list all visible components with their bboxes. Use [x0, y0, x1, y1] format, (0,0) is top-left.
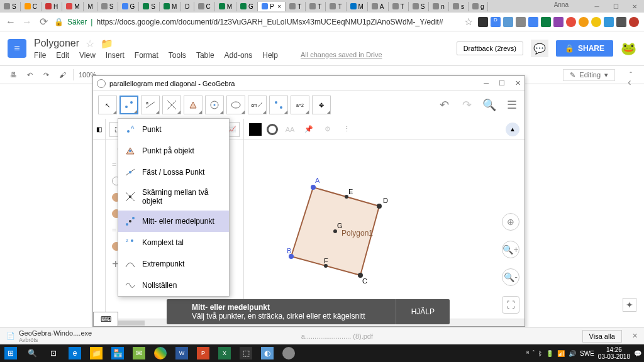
extension-icon[interactable]: D	[491, 17, 501, 27]
start-button[interactable]: ⊞	[0, 344, 21, 362]
dropdown-item-komplext[interactable]: z Komplext tal	[118, 232, 229, 253]
search-icon[interactable]: 🔍	[482, 97, 497, 112]
window-maximize[interactable]: ☐	[606, 0, 625, 13]
bluetooth-icon[interactable]: ᛒ	[538, 350, 542, 357]
share-button[interactable]: 🔒SHARE	[556, 40, 613, 57]
center-g[interactable]	[333, 229, 337, 233]
geogebra-titlebar[interactable]: parallellogram med diagonal - GeoGebra ─…	[93, 76, 525, 91]
move-graphics-tool[interactable]: ✥	[312, 96, 331, 114]
zoom-out-icon[interactable]: 🔍-	[502, 268, 519, 286]
taskbar-app[interactable]: ⬚	[235, 344, 257, 362]
extension-icon[interactable]	[528, 17, 538, 27]
slider-tool[interactable]: a=2	[291, 96, 309, 114]
nav-back[interactable]: ←	[5, 16, 16, 28]
browser-tab[interactable]: C	[194, 2, 215, 11]
systray-icon[interactable]: ᴿ	[526, 350, 529, 357]
more-icon[interactable]: ⋮	[340, 123, 353, 136]
browser-tab[interactable]: A	[368, 2, 389, 11]
pin-icon[interactable]: 📌	[302, 123, 316, 136]
browser-tab[interactable]: T	[389, 2, 409, 11]
point-tool[interactable]	[119, 96, 138, 114]
task-view-icon[interactable]: ⊡	[43, 344, 64, 362]
virtual-keyboard-icon[interactable]: ⌨	[93, 312, 118, 327]
window-maximize[interactable]: ☐	[499, 79, 505, 87]
close-icon[interactable]: ✕	[632, 332, 638, 340]
star-icon[interactable]: ☆	[464, 16, 473, 28]
tooltip-help-button[interactable]: HJÄLP	[396, 299, 450, 324]
print-icon[interactable]: 🖶	[8, 69, 19, 80]
extension-icon[interactable]	[616, 17, 626, 27]
explore-collapse-icon[interactable]: ‹	[623, 75, 636, 89]
browser-tab[interactable]: H	[42, 2, 62, 11]
explore-button[interactable]: ✦	[623, 298, 636, 312]
menu-icon[interactable]: ☰	[504, 97, 519, 112]
taskbar-app[interactable]: P	[192, 344, 214, 362]
comments-button[interactable]: 💬	[531, 40, 548, 57]
circle-tool[interactable]	[205, 96, 224, 114]
extension-icon[interactable]	[629, 17, 639, 27]
menu-addons[interactable]: Add-ons	[225, 51, 253, 60]
taskbar-app[interactable]: ✉	[128, 344, 150, 362]
menu-tools[interactable]: Tools	[169, 51, 186, 60]
draftback-button[interactable]: Draftback (2revs)	[457, 41, 523, 55]
browser-tab[interactable]: M	[160, 2, 181, 11]
star-icon[interactable]: ☆	[86, 38, 94, 50]
taskbar-app[interactable]: 🏪	[107, 344, 128, 362]
extension-icon[interactable]	[591, 17, 601, 27]
taskbar-app[interactable]: W	[171, 344, 192, 362]
menu-edit[interactable]: Edit	[56, 51, 69, 60]
browser-tab[interactable]: M	[347, 2, 368, 11]
browser-tab[interactable]: P ×	[258, 2, 286, 11]
redo-icon[interactable]: ↷	[459, 97, 474, 112]
language-indicator[interactable]: SWE	[580, 350, 594, 357]
line-tool[interactable]: a	[141, 96, 160, 114]
url-field[interactable]: 🔒 Säker | https://docs.google.com/docume…	[54, 18, 459, 26]
taskbar-app[interactable]	[150, 344, 171, 362]
menu-format[interactable]: Format	[135, 51, 158, 60]
window-close[interactable]: ✕	[515, 79, 521, 87]
clock-time[interactable]: 14:26	[598, 346, 630, 353]
vertex-b[interactable]	[289, 254, 294, 259]
editing-mode[interactable]: ✎ Editing ▾	[563, 69, 615, 81]
browser-tab[interactable]: T	[306, 2, 326, 11]
window-minimize[interactable]: ─	[484, 79, 489, 87]
extension-icon[interactable]	[503, 17, 513, 27]
browser-tab[interactable]: D	[181, 2, 194, 11]
dropdown-item-mittpunkt[interactable]: Mitt- eller medelpunkt	[118, 211, 229, 232]
browser-tab[interactable]: M	[215, 2, 236, 11]
extension-icon[interactable]	[553, 17, 564, 27]
taskbar-app[interactable]: ◐	[257, 344, 278, 362]
extension-icon[interactable]	[541, 17, 551, 27]
browser-tab[interactable]: n	[429, 2, 449, 11]
dropdown-item-fast-lossa[interactable]: Fäst / Lossa Punkt	[118, 162, 229, 183]
browser-tab[interactable]: S	[0, 2, 21, 11]
browser-tab[interactable]: T	[286, 2, 306, 11]
browser-tab[interactable]: S	[409, 2, 430, 11]
point-style[interactable]	[267, 124, 278, 135]
browser-tab[interactable]: G	[118, 2, 140, 11]
dropdown-item-skarning[interactable]: Skärning mellan två objekt	[118, 183, 229, 211]
menu-file[interactable]: File	[34, 51, 46, 60]
menu-insert[interactable]: Insert	[106, 51, 125, 60]
measure-tool[interactable]: cm	[248, 96, 267, 114]
wifi-icon[interactable]: 📶	[557, 350, 565, 357]
taskbar-app[interactable]: 📁	[86, 344, 107, 362]
gear-icon[interactable]: ⚙	[321, 123, 335, 136]
transform-tool[interactable]	[269, 96, 288, 114]
taskbar-app[interactable]	[278, 344, 299, 362]
redo-icon[interactable]: ↷	[40, 69, 52, 80]
paint-format-icon[interactable]: 🖌	[57, 69, 68, 80]
browser-tab[interactable]: g	[469, 2, 489, 11]
extension-icon[interactable]	[516, 17, 526, 27]
dropdown-item-nollstallen[interactable]: Nollställen	[118, 275, 229, 296]
zoom-in-icon[interactable]: 🔍+	[502, 241, 519, 258]
download-item[interactable]: 📄 GeoGebra-Windo....exe Avbröts	[6, 329, 92, 343]
systray-chevron-icon[interactable]: ˆ	[533, 350, 535, 357]
show-all-downloads[interactable]: Visa alla	[582, 330, 622, 343]
locate-icon[interactable]: ⊕	[502, 213, 519, 231]
extension-icon[interactable]	[566, 17, 576, 27]
browser-tab[interactable]: s	[449, 2, 469, 11]
battery-icon[interactable]: 🔋	[546, 350, 553, 357]
fullscreen-icon[interactable]: ⛶	[502, 296, 519, 314]
browser-tab[interactable]: T	[326, 2, 346, 11]
